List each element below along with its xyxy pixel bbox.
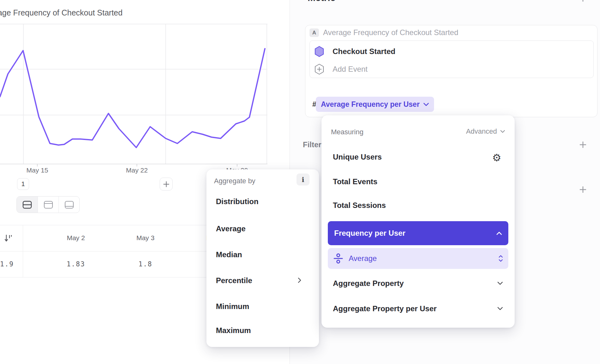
gear-icon[interactable]: ⚙ bbox=[492, 153, 501, 163]
chevron-up-icon bbox=[496, 232, 502, 235]
chevron-down-icon bbox=[497, 282, 503, 285]
chevron-right-icon bbox=[297, 277, 302, 283]
info-icon: i bbox=[302, 176, 304, 184]
info-button[interactable]: i bbox=[297, 173, 309, 185]
metric-name-input[interactable]: Average Frequency of Checkout Started bbox=[323, 28, 458, 37]
table-cell: 1.8 bbox=[125, 260, 166, 268]
add-metric-button[interactable] bbox=[579, 0, 587, 3]
interval-input[interactable]: 1 bbox=[17, 178, 29, 190]
layout-rows-icon bbox=[22, 200, 32, 209]
measurement-dropdown[interactable]: Average Frequency per User bbox=[316, 97, 434, 112]
menu-item-total-sessions[interactable]: Total Sessions bbox=[333, 201, 386, 210]
plus-icon bbox=[162, 180, 170, 188]
advanced-label: Advanced bbox=[466, 127, 497, 136]
chevron-down-icon bbox=[497, 307, 503, 310]
chevron-down-icon bbox=[423, 103, 429, 106]
menu-subitem-average[interactable]: Average bbox=[328, 248, 508, 269]
selected-item-label: Frequency per User bbox=[334, 229, 405, 238]
sub-item-label: Average bbox=[349, 254, 377, 263]
menu-item-aggregate-property-per-user[interactable]: Aggregate Property per User bbox=[333, 304, 437, 313]
aggregate-by-popup: Aggregate by i Distribution Average Medi… bbox=[206, 169, 319, 347]
table-cell-overall: 1.9 bbox=[0, 260, 14, 268]
sort-descending-icon bbox=[4, 234, 13, 243]
x-tick-label: May 22 bbox=[115, 167, 159, 174]
menu-item-percentile[interactable]: Percentile bbox=[216, 276, 252, 285]
menu-item-total-events[interactable]: Total Events bbox=[333, 177, 377, 186]
metric-section-title: Metric bbox=[308, 0, 335, 3]
menu-item-maximum[interactable]: Maximum bbox=[216, 326, 251, 335]
add-event-button[interactable]: Add Event bbox=[314, 64, 368, 75]
menu-item-aggregate-property[interactable]: Aggregate Property bbox=[333, 279, 404, 288]
table-cell: 1.83 bbox=[55, 260, 96, 268]
add-comparison-button[interactable] bbox=[160, 178, 173, 191]
menu-item-frequency-per-user-selected[interactable]: Frequency per User bbox=[328, 221, 508, 245]
app-window: Average Frequency of Checkout Started Ma… bbox=[0, 0, 600, 364]
add-breakdown-button[interactable] bbox=[579, 185, 587, 194]
table-header-cell[interactable]: May 3 bbox=[125, 234, 166, 242]
view-toggle-split-rows[interactable] bbox=[17, 197, 38, 213]
measuring-popup: Measuring Advanced Unique Users ⚙ Total … bbox=[321, 115, 515, 328]
metric-letter-badge: A bbox=[309, 28, 319, 37]
menu-item-median[interactable]: Median bbox=[216, 250, 242, 259]
table-header-cell[interactable]: May 2 bbox=[55, 234, 96, 242]
add-filter-button[interactable] bbox=[579, 141, 587, 149]
table-col-divider bbox=[23, 225, 23, 277]
add-event-hexagon-plus-icon bbox=[314, 64, 324, 75]
measuring-title: Measuring bbox=[331, 128, 364, 136]
divide-icon bbox=[333, 253, 344, 264]
measurement-label: Average Frequency per User bbox=[321, 100, 419, 109]
interval-value: 1 bbox=[21, 180, 25, 188]
layout-top-band-icon bbox=[43, 200, 53, 209]
metric-card: A Average Frequency of Checkout Started … bbox=[305, 25, 597, 117]
table-sort-button[interactable] bbox=[4, 234, 13, 244]
add-event-label: Add Event bbox=[333, 65, 368, 74]
view-toggle-header-top[interactable] bbox=[38, 197, 58, 213]
x-tick-label: May 15 bbox=[15, 167, 59, 174]
line-chart bbox=[0, 0, 267, 177]
event-name: Checkout Started bbox=[333, 47, 395, 56]
chevron-up-down-icon bbox=[498, 255, 503, 262]
event-box: Checkout Started Add Event bbox=[309, 40, 594, 78]
menu-item-minimum[interactable]: Minimum bbox=[216, 302, 249, 311]
layout-bottom-band-icon bbox=[64, 200, 74, 209]
menu-item-distribution[interactable]: Distribution bbox=[216, 197, 259, 206]
event-row[interactable]: Checkout Started bbox=[314, 46, 395, 57]
view-toggle-footer-bottom[interactable] bbox=[58, 197, 79, 213]
filter-section-title: Filter bbox=[303, 140, 321, 149]
menu-item-average[interactable]: Average bbox=[216, 224, 246, 233]
aggregate-by-title: Aggregate by bbox=[214, 177, 255, 185]
series-line[interactable] bbox=[0, 49, 265, 148]
event-hexagon-icon bbox=[314, 46, 324, 57]
view-toggle-group bbox=[16, 196, 80, 213]
menu-item-unique-users[interactable]: Unique Users bbox=[333, 153, 382, 161]
advanced-toggle[interactable]: Advanced bbox=[466, 127, 505, 136]
chevron-down-icon bbox=[500, 130, 505, 133]
